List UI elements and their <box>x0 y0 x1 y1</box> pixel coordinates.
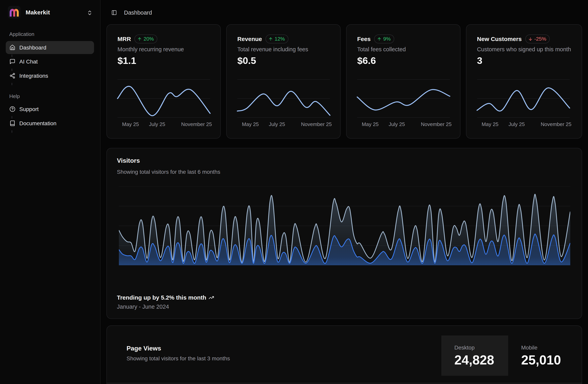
svg-text:July 25: July 25 <box>389 121 405 127</box>
svg-text:May 25: May 25 <box>482 121 498 127</box>
svg-text:May 25: May 25 <box>362 121 378 127</box>
svg-text:July 25: July 25 <box>508 121 525 127</box>
svg-text:July 25: July 25 <box>269 121 285 127</box>
svg-text:May 25: May 25 <box>242 121 259 127</box>
svg-text:November 25: November 25 <box>301 121 332 127</box>
svg-text:November 25: November 25 <box>421 121 452 127</box>
svg-text:July 25: July 25 <box>149 121 165 127</box>
svg-text:November 25: November 25 <box>181 121 212 127</box>
svg-text:November 25: November 25 <box>541 121 571 127</box>
svg-text:May 25: May 25 <box>122 121 139 127</box>
